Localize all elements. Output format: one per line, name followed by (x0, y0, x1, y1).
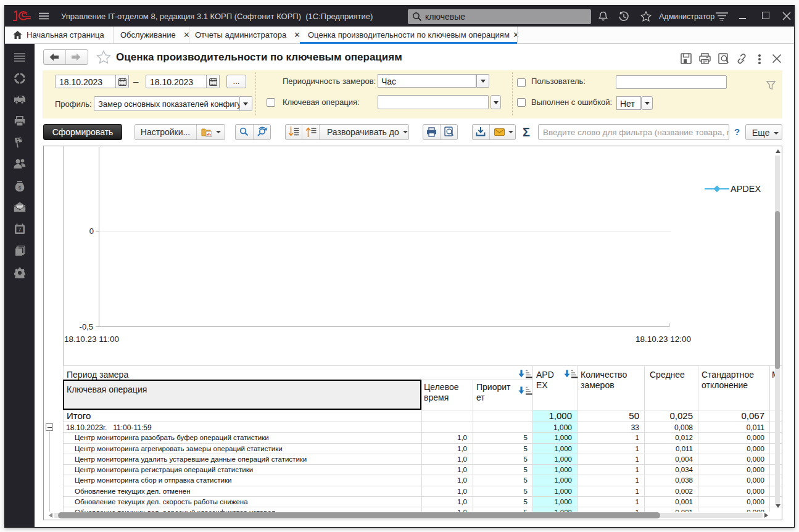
svg-text:7: 7 (18, 227, 21, 233)
svg-text:$: $ (19, 185, 22, 191)
